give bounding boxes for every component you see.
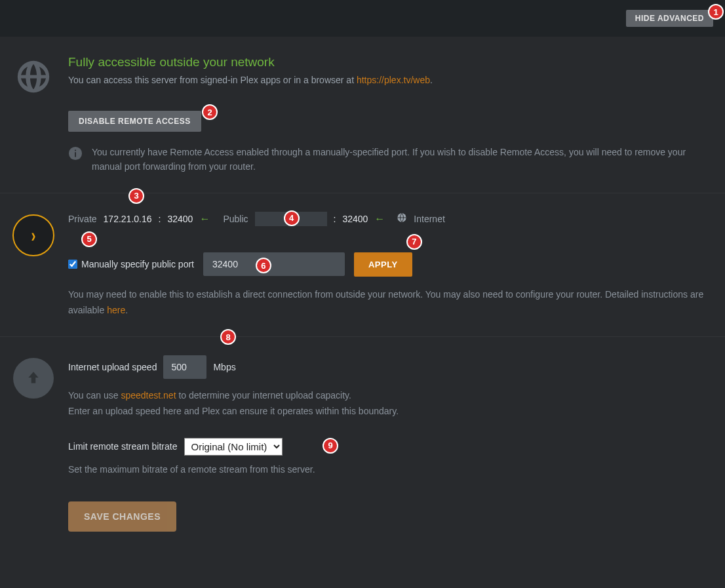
status-section: Fully accessible outside your network Yo… bbox=[0, 37, 725, 193]
network-addresses: Private 172.21.0.16 : 32400 ← Public 4 :… bbox=[68, 212, 713, 226]
annotation-badge-7: 7 bbox=[406, 234, 422, 250]
upload-unit: Mbps bbox=[213, 362, 235, 372]
warning-icon bbox=[68, 146, 83, 163]
speedtest-link[interactable]: speedtest.net bbox=[121, 390, 176, 401]
private-port: 32400 bbox=[167, 214, 193, 224]
globe-icon bbox=[12, 55, 55, 174]
internet-icon bbox=[397, 212, 407, 225]
bitrate-help: Set the maximum bitrate of a remote stre… bbox=[68, 462, 713, 478]
annotation-badge-5: 5 bbox=[81, 231, 97, 247]
bitrate-label: Limit remote stream bitrate bbox=[68, 441, 178, 452]
top-bar: HIDE ADVANCED 1 bbox=[0, 0, 725, 37]
upload-section: Internet upload speed Mbps 8 You can use… bbox=[0, 337, 725, 549]
internet-label: Internet bbox=[414, 214, 444, 224]
status-description: You can access this server from signed-i… bbox=[68, 73, 713, 87]
apply-button[interactable]: APPLY bbox=[354, 252, 412, 277]
arrow-left-icon: ← bbox=[199, 213, 210, 225]
public-ip-masked: 4 bbox=[255, 212, 327, 226]
status-title: Fully accessible outside your network bbox=[68, 55, 713, 69]
public-port: 32400 bbox=[342, 214, 368, 224]
bitrate-select[interactable]: Original (No limit) bbox=[184, 438, 283, 456]
hide-advanced-button[interactable]: HIDE ADVANCED bbox=[626, 10, 713, 27]
annotation-badge-4: 4 bbox=[284, 210, 300, 226]
network-section: › 3 Private 172.21.0.16 : 32400 ← Public… bbox=[0, 193, 725, 338]
disable-warning: You currently have Remote Access enabled… bbox=[68, 145, 713, 174]
upload-help: You can use speedtest.net to determine y… bbox=[68, 388, 713, 420]
annotation-badge-3: 3 bbox=[128, 188, 144, 204]
port-help-text: You may need to enable this to establish… bbox=[68, 287, 713, 319]
upload-icon bbox=[12, 355, 55, 531]
disable-remote-access-button[interactable]: DISABLE REMOTE ACCESS bbox=[68, 111, 201, 132]
annotation-badge-8: 8 bbox=[220, 329, 236, 345]
manual-port-checkbox-label[interactable]: Manually specify public port bbox=[68, 259, 194, 269]
annotation-badge-2: 2 bbox=[202, 104, 218, 120]
arrow-left-icon-2: ← bbox=[374, 213, 385, 225]
private-label: Private bbox=[68, 214, 97, 224]
manual-port-checkbox[interactable] bbox=[68, 260, 77, 269]
svg-rect-1 bbox=[75, 152, 76, 157]
public-port-input[interactable] bbox=[203, 252, 345, 276]
annotation-badge-1: 1 bbox=[708, 4, 724, 20]
annotation-badge-9: 9 bbox=[323, 438, 338, 454]
plex-web-link[interactable]: https://plex.tv/web bbox=[357, 75, 430, 85]
save-changes-button[interactable]: SAVE CHANGES bbox=[68, 501, 176, 532]
svg-rect-2 bbox=[75, 150, 76, 151]
port-help-link[interactable]: here bbox=[107, 305, 125, 315]
plex-icon: › bbox=[12, 212, 55, 319]
public-label: Public bbox=[223, 214, 248, 224]
upload-speed-input[interactable] bbox=[163, 355, 206, 379]
private-ip: 172.21.0.16 bbox=[104, 214, 152, 224]
upload-speed-label: Internet upload speed bbox=[68, 362, 157, 372]
